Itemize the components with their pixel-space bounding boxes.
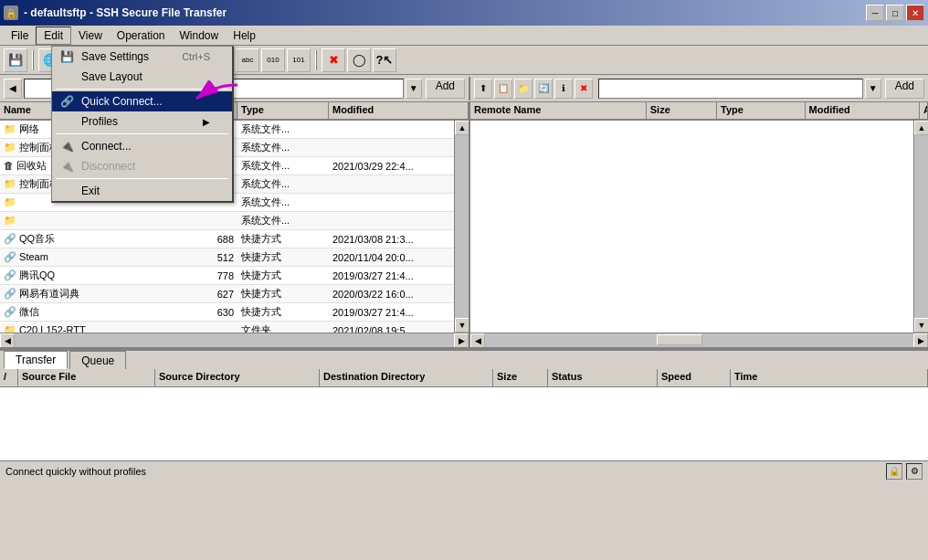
right-col-size[interactable]: Size bbox=[647, 102, 717, 120]
right-add-button[interactable]: Add bbox=[885, 79, 924, 99]
right-newdir-button[interactable]: 📁 bbox=[514, 79, 533, 99]
left-file-row[interactable]: 🔗 QQ音乐688快捷方式2021/03/08 21:3... bbox=[0, 230, 454, 248]
right-scroll-down[interactable]: ▼ bbox=[914, 318, 928, 333]
toolbar-sep-4 bbox=[315, 50, 317, 70]
transfer-col-indicator[interactable]: / bbox=[0, 369, 18, 386]
left-hscroll-right[interactable]: ▶ bbox=[454, 333, 469, 347]
save-settings-icon: 💾 bbox=[58, 49, 76, 64]
status-text: Connect quickly without profiles bbox=[5, 466, 146, 477]
file-cell-type: 系统文件... bbox=[237, 213, 329, 228]
edit-menu-container: 💾 Save Settings Ctrl+S Save Layout 🔗 Qui… bbox=[51, 46, 234, 203]
left-file-row[interactable]: 📁 系统文件... bbox=[0, 212, 454, 230]
right-hscroll-thumb[interactable] bbox=[657, 334, 702, 345]
left-scroll-up[interactable]: ▲ bbox=[455, 121, 469, 135]
menu-operation[interactable]: Operation bbox=[110, 26, 173, 45]
file-cell-type: 文件夹 bbox=[237, 322, 329, 333]
right-col-name[interactable]: Remote Name bbox=[470, 102, 647, 120]
right-hscroll-track[interactable] bbox=[485, 333, 913, 347]
close-button[interactable]: ✕ bbox=[906, 5, 924, 21]
right-props-button[interactable]: ℹ bbox=[554, 79, 573, 99]
file-cell-modified: 2020/11/04 20:0... bbox=[329, 251, 454, 264]
file-cell-type: 系统文件... bbox=[237, 176, 329, 192]
file-cell-modified bbox=[329, 129, 454, 131]
disconnect-icon: 🔌 bbox=[58, 159, 76, 174]
file-cell-size: 512 bbox=[183, 251, 237, 264]
left-file-row[interactable]: 📁 C20 L152-RTT文件夹2021/02/08 19:5... bbox=[0, 322, 454, 333]
left-hscroll-track[interactable] bbox=[15, 333, 454, 347]
transfer-col-speed[interactable]: Speed bbox=[658, 369, 731, 386]
left-col-modified[interactable]: Modified bbox=[329, 102, 469, 120]
menu-edit[interactable]: Edit bbox=[36, 26, 71, 45]
left-file-row[interactable]: 🔗 Steam512快捷方式2020/11/04 20:0... bbox=[0, 248, 454, 267]
maximize-button[interactable]: □ bbox=[886, 5, 904, 21]
menu-item-exit[interactable]: Exit bbox=[52, 181, 232, 201]
menu-window[interactable]: Window bbox=[173, 26, 227, 45]
transfer-col-status[interactable]: Status bbox=[548, 369, 658, 386]
toolbar-010-button[interactable]: 010 bbox=[261, 48, 285, 72]
left-file-row[interactable]: 🔗 微信630快捷方式2019/03/27 21:4... bbox=[0, 303, 454, 322]
right-delete-button[interactable]: ✖ bbox=[575, 79, 593, 99]
menu-item-save-layout[interactable]: Save Layout bbox=[52, 67, 232, 87]
right-address-dropdown[interactable]: ▼ bbox=[865, 79, 881, 99]
menu-item-connect[interactable]: 🔌 Connect... bbox=[52, 136, 232, 156]
window-title: - defaultsftp - SSH Secure File Transfer bbox=[24, 6, 227, 19]
transfer-col-time[interactable]: Time bbox=[731, 369, 928, 386]
left-col-type[interactable]: Type bbox=[237, 102, 329, 120]
left-back-button[interactable]: ◀ bbox=[4, 79, 22, 99]
file-cell-type: 快捷方式 bbox=[237, 286, 329, 301]
left-hscroll-left[interactable]: ◀ bbox=[0, 333, 15, 347]
menu-help[interactable]: Help bbox=[226, 26, 263, 45]
transfer-col-source-file[interactable]: Source File bbox=[18, 369, 155, 386]
right-col-modified[interactable]: Modified bbox=[806, 102, 920, 120]
left-add-button[interactable]: Add bbox=[426, 79, 465, 99]
file-cell-type: 快捷方式 bbox=[237, 249, 329, 265]
right-hscroll-left[interactable]: ◀ bbox=[470, 333, 485, 347]
quick-connect-label: Quick Connect... bbox=[81, 95, 163, 108]
left-file-row[interactable]: 🔗 网易有道词典627快捷方式2020/03/22 16:0... bbox=[0, 285, 454, 303]
title-bar: 🔒 - defaultsftp - SSH Secure File Transf… bbox=[0, 0, 928, 26]
toolbar-erase-button[interactable]: ◯ bbox=[347, 48, 371, 72]
left-address-dropdown[interactable]: ▼ bbox=[406, 79, 422, 99]
disconnect-label: Disconnect bbox=[81, 160, 135, 173]
toolbar-save-button[interactable]: 💾 bbox=[4, 48, 27, 72]
transfer-col-dest-dir[interactable]: Destination Directory bbox=[320, 369, 493, 386]
transfer-col-source-dir[interactable]: Source Directory bbox=[155, 369, 320, 386]
file-cell-name: 🔗 QQ音乐 bbox=[0, 231, 183, 247]
file-cell-size bbox=[183, 330, 237, 332]
transfer-col-size[interactable]: Size bbox=[493, 369, 548, 386]
toolbar-stop-button[interactable]: ✖ bbox=[322, 48, 345, 72]
tab-queue[interactable]: Queue bbox=[69, 351, 126, 369]
right-hscroll-right[interactable]: ▶ bbox=[913, 333, 928, 347]
right-scroll-up[interactable]: ▲ bbox=[914, 121, 928, 135]
right-file-list bbox=[470, 121, 913, 333]
menu-view[interactable]: View bbox=[71, 26, 110, 45]
file-cell-modified: 2021/02/08 19:5... bbox=[329, 324, 454, 333]
right-copy-button[interactable]: 📋 bbox=[494, 79, 512, 99]
transfer-body bbox=[0, 387, 928, 460]
left-scroll-down[interactable]: ▼ bbox=[455, 318, 469, 333]
status-bar: Connect quickly without profiles 🔒 ⚙ bbox=[0, 460, 928, 481]
status-icon-2: ⚙ bbox=[906, 463, 923, 480]
right-refresh-button[interactable]: 🔄 bbox=[534, 79, 553, 99]
right-address-input[interactable] bbox=[598, 79, 863, 99]
right-col-type[interactable]: Type bbox=[717, 102, 806, 120]
file-cell-size: 630 bbox=[183, 306, 237, 319]
right-upload-button[interactable]: ⬆ bbox=[474, 79, 492, 99]
right-col-attributes[interactable]: Attributes bbox=[920, 102, 928, 120]
toolbar-abc-button[interactable]: abc bbox=[236, 48, 259, 72]
toolbar-101-button[interactable]: 101 bbox=[287, 48, 311, 72]
menu-item-save-settings[interactable]: 💾 Save Settings Ctrl+S bbox=[52, 47, 232, 67]
file-cell-type: 快捷方式 bbox=[237, 268, 329, 283]
file-cell-modified: 2019/03/27 21:4... bbox=[329, 269, 454, 282]
menu-bar: File Edit View Operation Window Help bbox=[0, 26, 928, 46]
menu-separator-3 bbox=[56, 178, 228, 179]
menu-item-profiles[interactable]: Profiles ▶ bbox=[52, 111, 232, 132]
minimize-button[interactable]: ─ bbox=[866, 5, 884, 21]
profiles-label: Profiles bbox=[81, 115, 118, 128]
menu-file[interactable]: File bbox=[4, 26, 36, 45]
menu-item-disconnect[interactable]: 🔌 Disconnect bbox=[52, 156, 232, 176]
toolbar-help-button[interactable]: ?↖ bbox=[373, 48, 396, 72]
tab-transfer[interactable]: Transfer bbox=[4, 351, 68, 369]
left-file-row[interactable]: 🔗 腾讯QQ778快捷方式2019/03/27 21:4... bbox=[0, 267, 454, 285]
menu-item-quick-connect[interactable]: 🔗 Quick Connect... bbox=[52, 91, 232, 111]
